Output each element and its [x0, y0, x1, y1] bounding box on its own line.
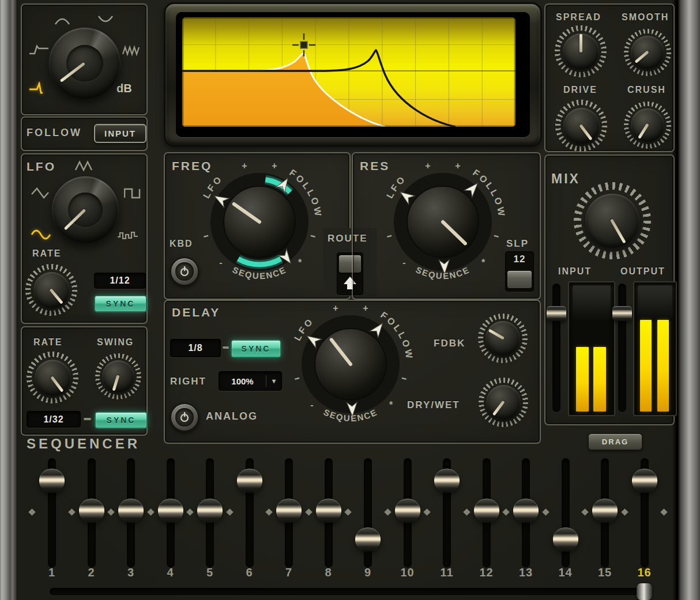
plus-mark: +	[425, 161, 430, 171]
filter-type-knob[interactable]	[49, 28, 121, 99]
chevron-down-icon[interactable]: ▾	[266, 377, 281, 385]
plus-mark: +	[363, 303, 368, 313]
power-icon	[179, 412, 190, 423]
filter-comb-icon[interactable]	[122, 45, 141, 56]
drywet-knob[interactable]	[479, 378, 528, 427]
seq-slider-handle[interactable]	[553, 527, 578, 552]
seq-slider-handle[interactable]	[474, 499, 499, 523]
crush-knob[interactable]	[624, 101, 671, 149]
left-metal-rail	[0, 0, 17, 600]
seq-slider-handle[interactable]	[39, 469, 65, 493]
seq-slider-handle[interactable]	[434, 469, 460, 493]
output-meter-bar-right	[657, 320, 669, 412]
delay-knob-group[interactable]: LFO FOLLOW SEQUENCE + + - *	[281, 295, 420, 433]
step-diamond-marker	[581, 508, 589, 516]
step-number: 10	[395, 566, 420, 579]
seq-slider-handle[interactable]	[118, 499, 144, 523]
seq-slider-handle[interactable]	[316, 499, 341, 523]
seq-slider-handle[interactable]	[276, 499, 302, 523]
input-meter-bar-left	[576, 347, 589, 412]
meter-glass	[573, 285, 611, 335]
analog-power-button[interactable]	[170, 403, 199, 432]
drag-button[interactable]: DRAG	[588, 433, 642, 450]
plus-mark: +	[242, 161, 247, 171]
delay-sync-button[interactable]: SYNC	[231, 339, 281, 358]
filter-display[interactable]	[182, 17, 515, 127]
minus-mark: -	[219, 258, 222, 267]
lfo-square-icon[interactable]	[124, 187, 141, 199]
mix-knob[interactable]	[574, 182, 651, 259]
step-number: 4	[158, 566, 183, 579]
res-knob-group[interactable]: LFO FOLLOW SEQUENCE + + - *	[374, 153, 512, 291]
freq-knob-group[interactable]: LFO FOLLOW SEQUENCE + + - *	[190, 153, 329, 291]
lfo-random-icon[interactable]	[117, 229, 140, 241]
input-gain-handle[interactable]	[547, 306, 566, 321]
filter-pluck-icon-selected[interactable]	[29, 82, 52, 95]
seq-slider-handle[interactable]	[632, 469, 657, 493]
crush-pointer	[615, 93, 680, 158]
follow-input-button[interactable]: INPUT	[94, 124, 146, 143]
slp-switch[interactable]: 12	[505, 251, 534, 292]
spread-knob[interactable]	[555, 25, 607, 77]
seq-slider-handle[interactable]	[355, 527, 381, 552]
step-diamond-marker	[147, 508, 155, 516]
filter-peak-icon[interactable]	[54, 15, 70, 25]
lfo-wave-knob[interactable]	[52, 176, 119, 243]
spread-pointer	[555, 25, 607, 77]
seq-slider-handle[interactable]	[513, 499, 539, 523]
lfo-triangle-icon[interactable]	[31, 187, 50, 199]
step-diamond-marker	[344, 508, 352, 516]
db-label: dB	[116, 82, 132, 95]
seq-slider-handle[interactable]	[395, 499, 420, 523]
step-diamond-marker	[107, 508, 115, 516]
seq-swing-label: SWING	[97, 337, 134, 348]
step-diamond-marker	[28, 508, 36, 516]
kbd-power-button[interactable]	[170, 257, 199, 286]
input-gain-track[interactable]	[552, 284, 560, 412]
seq-slider-handle[interactable]	[158, 499, 183, 523]
output-meter-bar-left	[640, 320, 652, 412]
delay-right-dropdown[interactable]: 100% ▾	[219, 371, 282, 391]
delay-time-value[interactable]: 1/8	[170, 339, 221, 357]
step-number: 16	[632, 566, 657, 579]
lfo-rate-value[interactable]: 1/12	[94, 273, 146, 289]
seq-slider-handle[interactable]	[197, 499, 223, 523]
seq-rate-knob[interactable]	[27, 352, 78, 403]
smooth-knob[interactable]	[624, 29, 671, 76]
fdbk-knob[interactable]	[478, 314, 528, 363]
dash-connector	[223, 346, 229, 349]
crush-label: CRUSH	[627, 85, 666, 95]
lfo-sync-button[interactable]: SYNC	[94, 295, 147, 312]
seq-slider-handle[interactable]	[237, 469, 262, 493]
step-diamond-marker	[305, 508, 313, 516]
step-diamond-marker	[226, 508, 234, 516]
seq-sync-button[interactable]: SYNC	[95, 412, 148, 429]
lfo-rate-knob[interactable]	[25, 264, 77, 316]
step-number: 14	[553, 566, 578, 579]
output-gain-track[interactable]	[618, 284, 626, 412]
plugin-window: dB FOLLOW INPUT LFO RATE 1/12 SYNC RATE …	[0, 0, 700, 600]
pattern-length-track[interactable]	[50, 588, 649, 595]
slp-switch-button[interactable]	[507, 271, 532, 288]
seq-slider-handle[interactable]	[79, 499, 104, 523]
step-number: 5	[197, 566, 223, 579]
mix-pointer	[559, 168, 665, 273]
smooth-label: SMOOTH	[622, 12, 669, 22]
output-meter	[633, 281, 677, 416]
seq-slider-handle[interactable]	[592, 499, 618, 523]
plus-mark: +	[333, 303, 338, 313]
seq-rate-value[interactable]: 1/32	[27, 411, 81, 428]
seq-swing-knob[interactable]	[95, 353, 141, 399]
drive-pointer	[545, 89, 618, 162]
lfo-sine-icon-selected[interactable]	[31, 228, 52, 241]
input-meter-bar-right	[593, 347, 606, 412]
fdbk-pointer	[469, 304, 536, 372]
drywet-pointer	[469, 368, 538, 437]
analog-label: ANALOG	[206, 410, 258, 422]
step-diamond-marker	[660, 508, 668, 516]
drive-knob[interactable]	[555, 100, 607, 152]
input-label: INPUT	[558, 266, 592, 277]
output-gain-handle[interactable]	[612, 306, 632, 321]
pattern-length-handle[interactable]	[637, 583, 652, 600]
step-diamond-marker	[423, 508, 431, 516]
